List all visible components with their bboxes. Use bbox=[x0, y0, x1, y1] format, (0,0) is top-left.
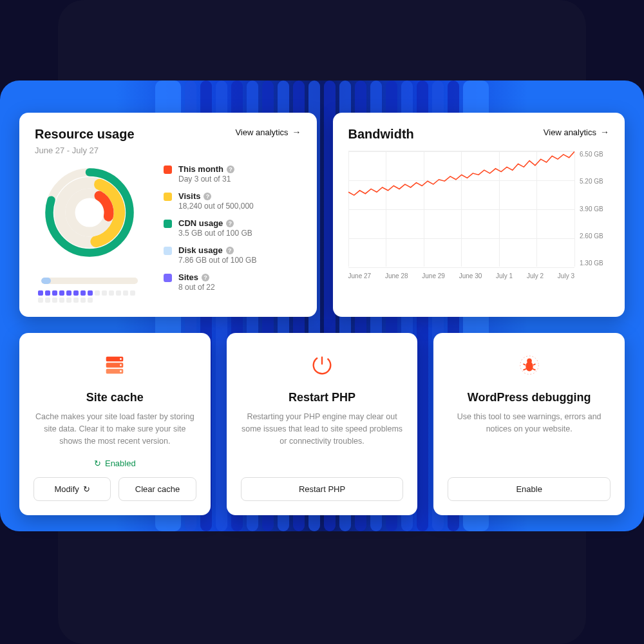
view-analytics-link[interactable]: View analytics→ bbox=[544, 127, 609, 137]
legend-item: This month ?Day 3 out of 31 bbox=[164, 164, 301, 184]
bug-icon bbox=[515, 351, 544, 379]
php-desc: Restarting your PHP engine may clear out… bbox=[241, 411, 404, 447]
refresh-icon: ↻ bbox=[83, 484, 90, 494]
svg-line-19 bbox=[523, 369, 526, 370]
help-icon[interactable]: ? bbox=[204, 193, 211, 200]
resource-date-range: June 27 - July 27 bbox=[35, 146, 135, 155]
svg-line-18 bbox=[533, 364, 535, 365]
svg-point-10 bbox=[120, 365, 122, 366]
help-icon[interactable]: ? bbox=[227, 166, 234, 173]
svg-point-9 bbox=[120, 358, 122, 360]
help-icon[interactable]: ? bbox=[226, 220, 234, 227]
resource-usage-card: Resource usage June 27 - July 27 View an… bbox=[19, 113, 317, 317]
arrow-right-icon: → bbox=[600, 127, 609, 137]
debug-title: WordPress debugging bbox=[468, 391, 591, 404]
usage-donut-chart bbox=[41, 164, 138, 261]
usage-legend: This month ?Day 3 out of 31Visits ?18,24… bbox=[164, 164, 301, 303]
enable-debug-button[interactable]: Enable bbox=[448, 477, 611, 501]
wp-debug-card: WordPress debugging Use this tool to see… bbox=[433, 333, 625, 515]
resource-title: Resource usage bbox=[35, 127, 135, 142]
restart-php-card: Restart PHP Restarting your PHP engine m… bbox=[227, 333, 418, 515]
svg-line-17 bbox=[523, 364, 526, 365]
svg-point-16 bbox=[527, 359, 532, 364]
debug-desc: Use this tool to see warnings, errors an… bbox=[448, 411, 611, 435]
cache-status: ↻ Enabled bbox=[94, 459, 136, 468]
cache-title: Site cache bbox=[86, 391, 144, 404]
bandwidth-card: Bandwidth View analytics→ June 27June 28… bbox=[333, 113, 625, 317]
help-icon[interactable]: ? bbox=[226, 247, 234, 254]
restart-php-button[interactable]: Restart PHP bbox=[241, 477, 404, 501]
dashboard: Resource usage June 27 - July 27 View an… bbox=[19, 113, 625, 515]
disk-usage-bar bbox=[41, 278, 138, 284]
sites-usage-dots bbox=[38, 290, 141, 303]
svg-point-11 bbox=[120, 370, 122, 372]
php-title: Restart PHP bbox=[289, 391, 355, 404]
legend-item: Disk usage ?7.86 GB out of 100 GB bbox=[164, 245, 301, 265]
bandwidth-y-labels: 6.50 GB5.20 GB3.90 GB2.60 GB1.30 GB bbox=[580, 151, 609, 267]
refresh-icon: ↻ bbox=[94, 459, 101, 468]
legend-item: Visits ?18,240 out of 500,000 bbox=[164, 191, 301, 211]
help-icon[interactable]: ? bbox=[202, 274, 209, 281]
power-icon bbox=[308, 351, 336, 379]
svg-line-20 bbox=[532, 369, 535, 370]
legend-item: CDN usage ?3.5 GB out of 100 GB bbox=[164, 218, 301, 238]
bandwidth-title: Bandwidth bbox=[348, 127, 414, 142]
view-analytics-link[interactable]: View analytics→ bbox=[235, 127, 301, 137]
server-stack-icon bbox=[100, 351, 129, 379]
clear-cache-button[interactable]: Clear cache bbox=[118, 477, 196, 501]
cache-desc: Cache makes your site load faster by sto… bbox=[33, 411, 196, 447]
modify-button[interactable]: Modify ↻ bbox=[33, 477, 111, 501]
legend-item: Sites ?8 out of 22 bbox=[164, 272, 301, 292]
arrow-right-icon: → bbox=[292, 127, 301, 137]
bandwidth-chart: June 27June 28June 29June 30July 1July 2… bbox=[348, 151, 574, 279]
site-cache-card: Site cache Cache makes your site load fa… bbox=[19, 333, 211, 515]
